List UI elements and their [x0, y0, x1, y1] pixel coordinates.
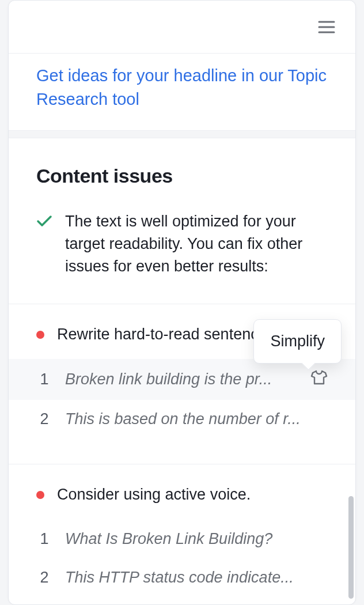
checkmark-icon — [36, 210, 52, 228]
issue-item[interactable]: 1 What Is Broken Link Building? — [9, 520, 355, 558]
simplify-tooltip[interactable]: Simplify — [253, 319, 342, 364]
severity-dot-icon — [36, 331, 44, 339]
issue-item-snippet: What Is Broken Link Building? — [65, 530, 328, 548]
hamburger-icon — [318, 20, 335, 34]
menu-button[interactable] — [315, 16, 338, 39]
scrollbar-thumb[interactable] — [348, 496, 354, 599]
tshirt-icon[interactable] — [310, 369, 328, 390]
section-divider — [9, 130, 355, 138]
topic-research-link[interactable]: Get ideas for your headline in our Topic… — [36, 66, 327, 108]
issue-item-snippet: Broken link building is the pr... — [65, 370, 298, 388]
issue-item[interactable]: 2 This is based on the number of r... — [9, 400, 355, 438]
content-issues-section: Content issues The text is well optimize… — [9, 138, 355, 278]
issue-item-snippet: This is based on the number of r... — [65, 410, 328, 428]
panel-header — [9, 1, 355, 54]
ideas-link-block: Get ideas for your headline in our Topic… — [9, 54, 355, 130]
severity-dot-icon — [36, 491, 44, 499]
issue-item-snippet: This HTTP status code indicate... — [65, 569, 328, 587]
issue-item[interactable]: 2 This HTTP status code indicate... — [9, 558, 355, 597]
optimized-message-row: The text is well optimized for your targ… — [36, 210, 328, 278]
optimized-message-text: The text is well optimized for your targ… — [65, 210, 328, 278]
issue-item-number: 2 — [36, 569, 52, 587]
content-panel: Get ideas for your headline in our Topic… — [8, 0, 356, 605]
issue-group-header[interactable]: Consider using active voice. — [9, 484, 355, 506]
issue-item-number: 2 — [36, 410, 52, 428]
content-issues-heading: Content issues — [36, 165, 328, 187]
issue-group: Consider using active voice. 1 What Is B… — [9, 464, 355, 597]
issue-group-title: Consider using active voice. — [57, 484, 251, 506]
issue-group-title: Rewrite hard-to-read sentences. — [57, 324, 279, 346]
issue-items: 1 Broken link building is the pr... 2 Th… — [9, 359, 355, 438]
issue-items: 1 What Is Broken Link Building? 2 This H… — [9, 520, 355, 597]
issue-item-number: 1 — [36, 370, 52, 388]
issue-item-number: 1 — [36, 530, 52, 548]
